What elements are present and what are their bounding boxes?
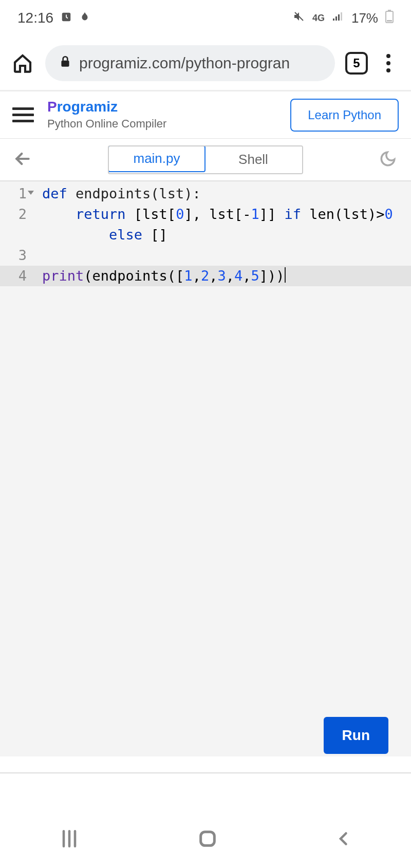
- menu-button[interactable]: [12, 107, 35, 122]
- back-nav-button[interactable]: [334, 829, 353, 850]
- status-time: 12:16: [17, 10, 53, 26]
- svg-point-12: [386, 68, 390, 72]
- site-header: Programiz Python Online Compiler Learn P…: [0, 91, 411, 139]
- svg-rect-16: [201, 832, 215, 846]
- battery-icon: [385, 10, 394, 27]
- svg-rect-3: [335, 16, 337, 21]
- site-subtitle: Python Online Compiler: [47, 117, 278, 131]
- code-line-2[interactable]: 2 return [lst[0], lst[-1]] if len(lst)>0: [0, 204, 411, 225]
- svg-rect-7: [388, 10, 391, 11]
- code-line-3[interactable]: 3: [0, 245, 411, 266]
- back-button[interactable]: [12, 149, 33, 171]
- network-type: 4G: [312, 13, 325, 24]
- editor-bottom-border: [0, 772, 411, 773]
- browser-toolbar: programiz.com/python-progran 5: [0, 36, 411, 91]
- logo-prefix: P: [47, 99, 57, 115]
- app-icon-2: [79, 10, 90, 26]
- tab-main-py[interactable]: main.py: [108, 145, 206, 172]
- tabs-count: 5: [353, 56, 360, 70]
- svg-point-11: [386, 61, 390, 65]
- gutter-2w: [0, 225, 33, 245]
- gutter-4: 4: [0, 266, 33, 286]
- editor-tabs-row: main.py Shell: [0, 139, 411, 181]
- code-text-3: [33, 245, 42, 266]
- gutter-2: 2: [0, 204, 33, 225]
- code-text-2: return [lst[0], lst[-1]] if len(lst)>0: [33, 204, 393, 225]
- address-bar[interactable]: programiz.com/python-progran: [45, 45, 335, 81]
- logo-rest: rogramiz: [57, 99, 118, 115]
- code-editor[interactable]: 1 def endpoints(lst): 2 return [lst[0], …: [0, 181, 411, 756]
- code-text-1: def endpoints(lst):: [33, 183, 201, 204]
- svg-rect-4: [338, 14, 340, 21]
- gutter-3: 3: [0, 245, 33, 266]
- dark-mode-toggle[interactable]: [379, 150, 397, 170]
- svg-rect-9: [61, 60, 69, 66]
- svg-rect-2: [333, 19, 334, 21]
- url-text: programiz.com/python-progran: [79, 54, 290, 72]
- code-line-4[interactable]: 4 print(endpoints([1,2,3,4,5])): [0, 266, 411, 286]
- gutter-1: 1: [0, 183, 33, 204]
- browser-menu-button[interactable]: [378, 53, 399, 73]
- status-left: 12:16: [17, 10, 90, 26]
- svg-rect-8: [387, 20, 392, 22]
- run-button[interactable]: Run: [324, 717, 388, 754]
- mute-icon: [293, 10, 305, 26]
- tab-group: main.py Shell: [108, 145, 303, 174]
- code-text-2w: else []: [33, 225, 167, 245]
- fold-icon[interactable]: [28, 191, 34, 195]
- code-line-1[interactable]: 1 def endpoints(lst):: [0, 183, 411, 204]
- recents-button[interactable]: [58, 827, 81, 852]
- lock-icon: [59, 55, 72, 71]
- android-nav-bar: [0, 811, 411, 868]
- tab-shell[interactable]: Shell: [204, 146, 302, 173]
- site-title-block: Programiz Python Online Compiler: [47, 100, 278, 131]
- status-right: 4G 17%: [293, 10, 394, 27]
- browser-home-button[interactable]: [10, 53, 35, 73]
- learn-python-button[interactable]: Learn Python: [290, 99, 399, 132]
- cursor: [285, 267, 286, 283]
- battery-percent: 17%: [351, 10, 378, 26]
- code-line-2-wrap[interactable]: else []: [0, 225, 411, 245]
- tabs-button[interactable]: 5: [345, 52, 368, 75]
- svg-point-10: [386, 54, 390, 58]
- signal-icon: [332, 10, 344, 26]
- code-text-4: print(endpoints([1,2,3,4,5])): [33, 266, 286, 286]
- site-logo[interactable]: Programiz: [47, 100, 278, 114]
- android-status-bar: 12:16 4G 17%: [0, 0, 411, 36]
- app-icon-1: [61, 10, 72, 26]
- home-button[interactable]: [197, 828, 218, 851]
- svg-rect-5: [341, 12, 342, 21]
